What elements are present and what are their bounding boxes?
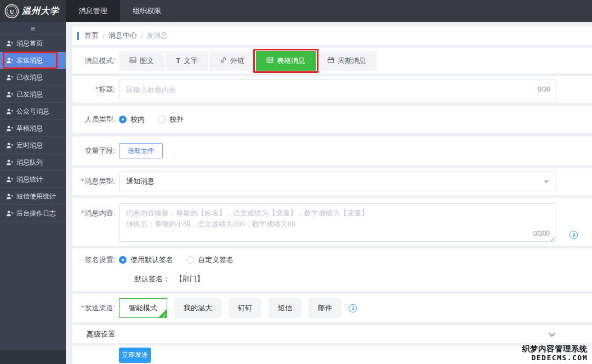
section-person-type: 人员类型: 校内 校外 xyxy=(72,106,592,133)
mode-button-external-link[interactable]: 外链 xyxy=(209,51,255,71)
field-label-mode: 消息模式: xyxy=(72,56,115,66)
sidebar-item-label: 后台操作日志 xyxy=(16,209,56,218)
radio-selected-icon xyxy=(119,256,127,264)
sidebar: ≡ 消息首页 发送消息 已收消息 已发消息 公众号消息 草稿消息 定 xyxy=(0,22,66,364)
channel-button-my-wzu[interactable]: 我的温大 xyxy=(174,298,221,318)
top-nav: 消息管理 组织权限 xyxy=(66,0,592,22)
sidebar-item-received-messages[interactable]: 已收消息 xyxy=(0,69,66,86)
user-icon xyxy=(6,91,13,98)
field-label-variable-field: 变量字段: xyxy=(72,146,115,156)
sidebar-item-message-statistics[interactable]: 消息统计 xyxy=(0,171,66,188)
text-icon: T xyxy=(176,56,180,65)
section-submit: 立即发送 xyxy=(72,346,592,364)
advanced-settings-label: 高级设置 xyxy=(87,329,115,339)
sidebar-item-label: 公众号消息 xyxy=(16,107,49,116)
sidebar-item-send-message[interactable]: 发送消息 xyxy=(0,52,66,69)
sidebar-item-label: 发送消息 xyxy=(16,56,43,65)
user-icon xyxy=(6,176,13,183)
user-icon xyxy=(6,193,13,200)
sidebar-item-backend-operation-log[interactable]: 后台操作日志 xyxy=(0,205,66,222)
message-type-selected-value: 通知消息 xyxy=(126,177,155,186)
field-label-person-type: 人员类型: xyxy=(72,115,115,124)
radio-custom-signature[interactable]: 自定义签名 xyxy=(186,255,234,265)
advanced-settings-toggle[interactable]: 高级设置 xyxy=(72,325,592,343)
user-icon xyxy=(6,108,13,115)
mode-button-text[interactable]: T 文字 xyxy=(166,51,208,71)
chevron-down-icon xyxy=(549,330,556,337)
default-signature-label: 默认签名： xyxy=(134,274,170,284)
tab-message-management[interactable]: 消息管理 xyxy=(66,0,120,22)
mode-button-periodic-message[interactable]: 周期消息 xyxy=(317,51,377,71)
sidebar-item-label: 消息队列 xyxy=(16,158,43,167)
section-message-content: *消息内容: 0/300 i xyxy=(72,198,592,246)
radio-unselected-icon xyxy=(158,116,166,123)
field-label-message-content: *消息内容: xyxy=(72,203,115,218)
mode-button-table-message[interactable]: 表格消息 xyxy=(256,51,316,71)
sidebar-item-message-home[interactable]: 消息首页 xyxy=(0,35,66,52)
required-asterisk: * xyxy=(81,209,84,217)
check-icon: ✓ xyxy=(162,313,167,318)
mode-button-image-text[interactable]: 图文 xyxy=(119,51,164,71)
field-label-send-channel: *发送渠道: xyxy=(72,303,115,313)
channel-button-sms[interactable]: 短信 xyxy=(269,298,301,318)
sidebar-item-label: 消息统计 xyxy=(16,175,43,184)
image-icon xyxy=(129,56,136,65)
section-send-channel: *发送渠道: 智能模式 ✓ 我的温大 钉钉 短信 邮件 i xyxy=(72,294,592,322)
required-asterisk: * xyxy=(81,177,84,185)
user-icon xyxy=(6,57,13,64)
breadcrumb-message-center[interactable]: 消息中心 xyxy=(109,31,137,41)
chevron-down-icon xyxy=(544,180,549,186)
sidebar-item-scheduled-messages[interactable]: 定时消息 xyxy=(0,137,66,154)
user-icon xyxy=(6,210,13,217)
message-content-textarea[interactable] xyxy=(119,203,556,242)
breadcrumb-accent-bar xyxy=(77,32,79,40)
radio-off-campus[interactable]: 校外 xyxy=(158,115,184,124)
info-icon[interactable]: i xyxy=(349,304,357,312)
message-type-select[interactable]: 通知消息 xyxy=(119,172,556,191)
radio-default-signature[interactable]: 使用默认签名 xyxy=(119,255,173,265)
breadcrumb-separator: / xyxy=(103,32,105,40)
sidebar-menu: 消息首页 发送消息 已收消息 已发消息 公众号消息 草稿消息 定时消息 xyxy=(0,35,66,222)
watermark: 织梦内容管理系统 DEDECMS.COM xyxy=(522,344,588,362)
title-input[interactable] xyxy=(119,79,556,99)
sidebar-item-sent-messages[interactable]: 已发消息 xyxy=(0,86,66,103)
sidebar-item-message-queue[interactable]: 消息队列 xyxy=(0,154,66,171)
choose-file-button[interactable]: 选取文件 xyxy=(119,143,163,158)
user-icon xyxy=(6,142,13,149)
breadcrumb-home[interactable]: 首页 xyxy=(84,31,99,41)
sidebar-collapse-icon[interactable]: ≡ xyxy=(0,22,66,35)
sidebar-item-sms-usage-statistics[interactable]: 短信使用统计 xyxy=(0,188,66,205)
university-name: 温州大学 xyxy=(22,5,59,17)
channel-button-smart-mode[interactable]: 智能模式 ✓ xyxy=(119,298,167,318)
section-signature: 签名设置: 使用默认签名 自定义签名 默认签名： 【部门】 xyxy=(72,248,592,291)
sidebar-item-label: 已发消息 xyxy=(16,90,43,99)
sidebar-item-official-account-messages[interactable]: 公众号消息 xyxy=(0,103,66,120)
sidebar-item-label: 草稿消息 xyxy=(16,124,43,133)
channel-button-email[interactable]: 邮件 xyxy=(309,298,341,318)
main-content: 首页 / 消息中心 / 发消息 消息模式: 图文 T 文字 外链 xyxy=(66,22,592,364)
breadcrumb-current-page: 发消息 xyxy=(146,31,168,41)
top-header: U 温州大学 消息管理 组织权限 xyxy=(0,0,592,22)
info-icon[interactable]: i xyxy=(570,231,578,239)
user-icon xyxy=(6,74,13,81)
section-variable-field: 变量字段: 选取文件 xyxy=(72,136,592,165)
default-signature-row: 默认签名： 【部门】 xyxy=(134,274,592,284)
section-message-mode: 消息模式: 图文 T 文字 外链 表格消息 xyxy=(72,48,592,73)
app-logo: U 温州大学 xyxy=(0,0,66,22)
section-message-type: *消息类型: 通知消息 xyxy=(72,168,592,195)
user-icon xyxy=(6,125,13,132)
radio-on-campus[interactable]: 校内 xyxy=(119,115,145,124)
field-label-message-type: *消息类型: xyxy=(72,177,115,186)
calendar-icon xyxy=(327,56,334,65)
resize-grip-icon[interactable] xyxy=(551,236,555,241)
sidebar-item-label: 定时消息 xyxy=(16,141,43,150)
send-now-button[interactable]: 立即发送 xyxy=(119,348,151,363)
university-seal-icon: U xyxy=(4,4,19,19)
default-signature-value: 【部门】 xyxy=(175,274,204,284)
channel-button-dingtalk[interactable]: 钉钉 xyxy=(229,298,261,318)
tab-org-permissions[interactable]: 组织权限 xyxy=(120,0,174,22)
sidebar-item-draft-messages[interactable]: 草稿消息 xyxy=(0,120,66,137)
link-icon xyxy=(220,56,227,65)
breadcrumb-separator: / xyxy=(141,32,143,40)
content-char-counter: 0/300 xyxy=(533,230,550,237)
